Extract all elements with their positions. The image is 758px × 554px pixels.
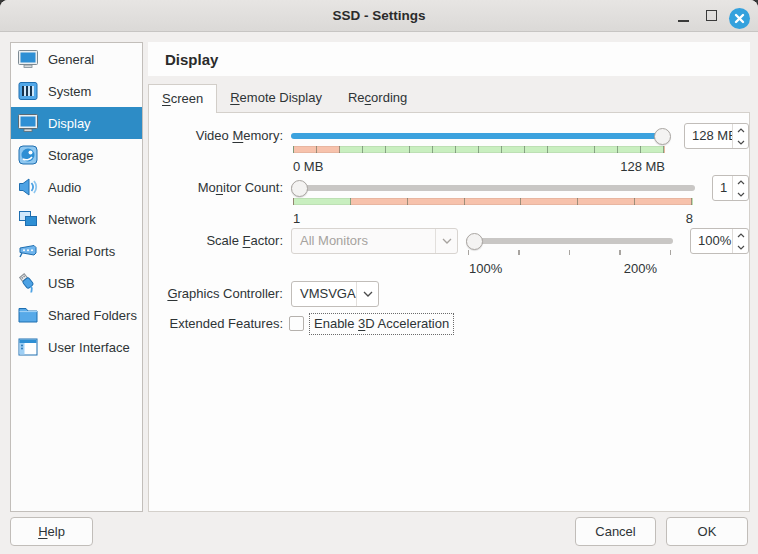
user-interface-icon	[16, 335, 40, 359]
tab-label-part: emote Display	[240, 90, 322, 105]
label-part: Enable	[314, 316, 358, 331]
tab-recording[interactable]: Recording	[335, 84, 420, 112]
monitor-count-slider-handle[interactable]	[291, 180, 308, 197]
label-mnemonic: H	[38, 524, 47, 539]
chevron-down-icon	[435, 229, 457, 253]
titlebar[interactable]: SSD - Settings	[0, 0, 758, 32]
spin-up-button[interactable]	[733, 124, 748, 136]
extended-features-label: Extended Features:	[149, 315, 283, 333]
label-part: raphics Controller:	[178, 286, 284, 301]
label-part: itor Count:	[223, 180, 283, 195]
spin-buttons	[732, 124, 748, 148]
network-icon	[16, 207, 40, 231]
sidebar-item-system[interactable]: System	[11, 75, 142, 107]
graphics-controller-value: VMSVGA	[292, 282, 356, 306]
sidebar-item-audio[interactable]: Audio	[11, 171, 142, 203]
spin-buttons	[732, 176, 748, 200]
sidebar-item-label: General	[48, 52, 94, 67]
scale-factor-tick-marks	[468, 250, 671, 255]
sidebar-item-label: Storage	[48, 148, 94, 163]
sidebar-item-label: System	[48, 84, 91, 99]
scale-factor-slider[interactable]	[466, 238, 673, 244]
tab-bar: Screen Remote Display Recording	[148, 84, 420, 113]
close-button[interactable]	[729, 8, 750, 29]
settings-window: SSD - Settings General System Displ	[0, 0, 758, 554]
monitor-count-spinbox[interactable]: 1	[712, 175, 749, 201]
sidebar-item-label: Shared Folders	[48, 308, 137, 323]
label-part: Video	[196, 128, 233, 143]
video-memory-min-label: 0 MB	[293, 159, 323, 174]
scale-factor-monitor-combobox[interactable]: All Monitors	[291, 228, 458, 254]
video-memory-value[interactable]: 128 MB	[685, 124, 732, 148]
label-part: D Acceleration	[365, 316, 449, 331]
tab-label-mnemonic: S	[162, 91, 171, 106]
sidebar-item-label: Serial Ports	[48, 244, 115, 259]
monitor-count-max-label: 8	[686, 211, 693, 226]
enable-3d-label[interactable]: Enable 3D Acceleration	[311, 315, 452, 333]
sidebar-item-serial-ports[interactable]: Serial Ports	[11, 235, 142, 267]
monitor-count-tick-strip	[293, 198, 693, 205]
label-part: actor:	[250, 233, 283, 248]
graphics-controller-combobox[interactable]: VMSVGA	[291, 281, 379, 307]
system-icon	[16, 79, 40, 103]
spin-buttons	[732, 229, 748, 253]
shared-folders-icon	[16, 303, 40, 327]
storage-icon	[16, 143, 40, 167]
spin-down-button[interactable]	[733, 136, 748, 148]
label-part: emory:	[243, 128, 283, 143]
tab-label-part: Re	[348, 90, 365, 105]
sidebar-item-label: User Interface	[48, 340, 130, 355]
sidebar-item-label: USB	[48, 276, 75, 291]
label-mnemonic: n	[216, 180, 223, 195]
video-memory-spinbox[interactable]: 128 MB	[684, 123, 749, 149]
monitor-count-min-label: 1	[293, 211, 300, 226]
sidebar-item-display[interactable]: Display	[11, 107, 142, 139]
tab-label-part: ording	[371, 90, 407, 105]
minimize-button[interactable]	[676, 8, 692, 24]
spin-up-button[interactable]	[733, 176, 748, 188]
maximize-icon	[706, 10, 717, 21]
monitor-count-label: Monitor Count:	[149, 175, 283, 201]
scale-factor-label: Scale Factor:	[149, 228, 283, 254]
label-part: Mo	[198, 180, 216, 195]
scale-factor-monitor-value: All Monitors	[292, 229, 435, 253]
video-memory-max-label: 128 MB	[620, 159, 665, 174]
scale-factor-min-label: 100%	[469, 261, 502, 276]
sidebar-item-label: Audio	[48, 180, 81, 195]
label-part: Scale	[206, 233, 242, 248]
monitor-count-value[interactable]: 1	[713, 176, 732, 200]
audio-icon	[16, 175, 40, 199]
scale-factor-spinbox[interactable]: 100%	[690, 228, 749, 254]
spin-up-button[interactable]	[733, 229, 748, 241]
sidebar-item-general[interactable]: General	[11, 43, 142, 75]
general-icon	[16, 47, 40, 71]
label-mnemonic: G	[167, 286, 177, 301]
screen-tab-panel: Video Memory: 0 MB 128 MB 128 MB Monitor…	[148, 112, 750, 512]
spin-down-button[interactable]	[733, 241, 748, 253]
help-button[interactable]: Help	[10, 517, 93, 546]
video-memory-slider[interactable]	[291, 133, 667, 139]
enable-3d-checkbox[interactable]	[289, 316, 304, 331]
sidebar: General System Display Storage Audio	[10, 42, 143, 512]
video-memory-slider-handle[interactable]	[654, 128, 671, 145]
sidebar-item-label: Network	[48, 212, 96, 227]
sidebar-item-shared-folders[interactable]: Shared Folders	[11, 299, 142, 331]
window-title: SSD - Settings	[0, 0, 758, 32]
spin-down-button[interactable]	[733, 188, 748, 200]
scale-factor-max-label: 200%	[624, 261, 657, 276]
sidebar-item-storage[interactable]: Storage	[11, 139, 142, 171]
sidebar-item-network[interactable]: Network	[11, 203, 142, 235]
serial-ports-icon	[16, 239, 40, 263]
scale-factor-value[interactable]: 100%	[691, 229, 732, 253]
tab-remote-display[interactable]: Remote Display	[217, 84, 335, 112]
maximize-button[interactable]	[705, 9, 719, 23]
sidebar-item-user-interface[interactable]: User Interface	[11, 331, 142, 363]
tab-screen[interactable]: Screen	[148, 84, 217, 113]
cancel-button[interactable]: Cancel	[575, 517, 656, 546]
sidebar-item-usb[interactable]: USB	[11, 267, 142, 299]
video-memory-label: Video Memory:	[149, 123, 283, 149]
monitor-count-slider[interactable]	[291, 185, 695, 191]
video-memory-tick-strip	[293, 146, 665, 153]
scale-factor-slider-handle[interactable]	[466, 233, 483, 250]
ok-button[interactable]: OK	[666, 517, 748, 546]
